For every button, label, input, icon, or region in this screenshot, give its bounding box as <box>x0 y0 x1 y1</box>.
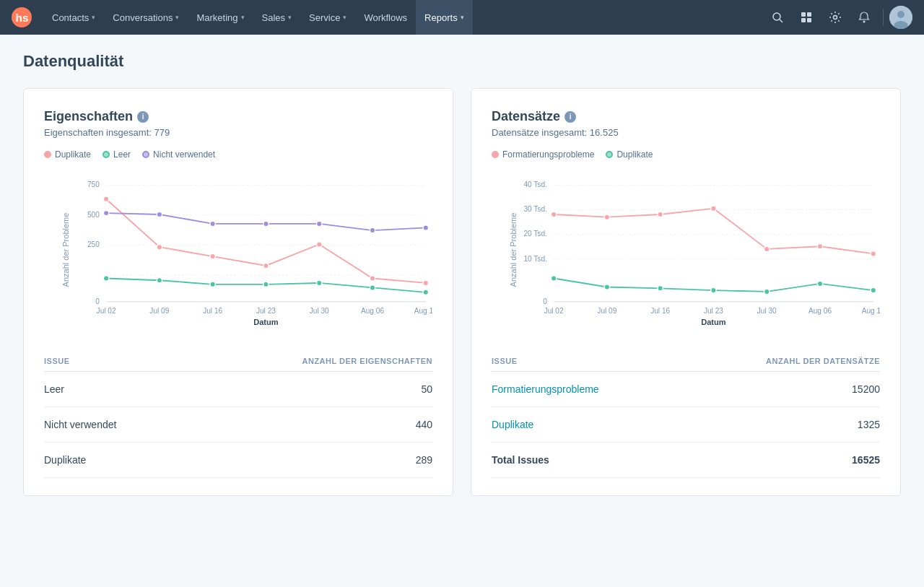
svg-text:0: 0 <box>543 297 547 305</box>
svg-point-83 <box>817 281 822 286</box>
datensaetze-table: ISSUE ANZAHL DER DATENSÄTZE Formatierung… <box>492 351 880 478</box>
svg-text:Jul 16: Jul 16 <box>203 307 222 315</box>
svg-point-80 <box>658 286 663 291</box>
svg-rect-5 <box>807 12 811 17</box>
issue-duplikate-ds[interactable]: Duplikate <box>492 407 680 443</box>
svg-point-79 <box>604 284 609 290</box>
svg-line-3 <box>780 19 783 22</box>
svg-rect-6 <box>801 18 806 22</box>
nav-divider <box>883 9 884 26</box>
nav-sales[interactable]: Sales ▾ <box>253 0 301 35</box>
svg-point-75 <box>764 246 770 251</box>
svg-point-76 <box>817 244 822 249</box>
svg-text:250: 250 <box>87 240 100 248</box>
count-duplikate: 289 <box>183 443 432 478</box>
svg-point-49 <box>317 280 322 285</box>
issue-leer: Leer <box>44 372 183 407</box>
issue-nicht-verwendet: Nicht verwendet <box>44 407 183 443</box>
svg-text:Jul 09: Jul 09 <box>149 307 169 315</box>
count-leer: 50 <box>183 372 432 407</box>
settings-button[interactable] <box>822 4 848 30</box>
svg-point-77 <box>871 251 876 256</box>
marketplace-button[interactable] <box>793 4 819 30</box>
user-avatar[interactable] <box>889 6 912 29</box>
navbar: hs Contacts ▾ Conversations ▾ Marketing … <box>0 0 924 35</box>
svg-text:Aug 06: Aug 06 <box>361 307 384 315</box>
nav-right-actions <box>764 4 912 30</box>
svg-text:Jul 23: Jul 23 <box>256 307 276 315</box>
svg-text:10 Tsd.: 10 Tsd. <box>523 255 546 263</box>
svg-text:Jul 16: Jul 16 <box>650 307 670 315</box>
table-total-row: Total Issues 16525 <box>492 443 880 478</box>
page-title: Datenqualität <box>23 52 901 71</box>
legend-leer: Leer <box>103 149 131 160</box>
svg-text:Datum: Datum <box>701 318 726 326</box>
count-nicht-verwendet: 440 <box>183 407 432 443</box>
svg-point-73 <box>658 212 663 217</box>
svg-point-34 <box>263 263 269 268</box>
chevron-down-icon: ▾ <box>461 14 464 21</box>
svg-text:Jul 02: Jul 02 <box>97 307 116 315</box>
svg-text:Jul 23: Jul 23 <box>704 307 723 315</box>
nav-service[interactable]: Service ▾ <box>300 0 355 35</box>
nav-workflows[interactable]: Workflows <box>355 0 416 35</box>
eigenschaften-legend: Duplikate Leer Nicht verwendet <box>44 149 432 160</box>
page-content: Datenqualität Eigenschaften i Eigenschaf… <box>0 35 924 513</box>
legend-formatierungsprobleme: Formatierungsprobleme <box>492 149 594 160</box>
nav-conversations[interactable]: Conversations ▾ <box>104 0 188 35</box>
svg-point-48 <box>263 282 269 287</box>
search-button[interactable] <box>764 4 790 30</box>
info-icon[interactable]: i <box>565 111 576 123</box>
nav-contacts[interactable]: Contacts ▾ <box>43 0 104 35</box>
svg-point-38 <box>103 210 108 215</box>
svg-point-35 <box>317 242 322 247</box>
notifications-button[interactable] <box>851 4 877 30</box>
chevron-down-icon: ▾ <box>288 14 292 21</box>
svg-text:750: 750 <box>87 181 100 188</box>
datensaetze-table-wrap: ISSUE ANZAHL DER DATENSÄTZE Formatierung… <box>492 351 880 495</box>
col-count-header-ds: ANZAHL DER DATENSÄTZE <box>680 351 880 372</box>
svg-text:500: 500 <box>87 211 100 219</box>
svg-point-33 <box>210 253 215 258</box>
svg-point-47 <box>210 282 215 287</box>
svg-point-50 <box>370 285 375 290</box>
chevron-down-icon: ▾ <box>92 14 95 21</box>
svg-point-78 <box>551 276 556 281</box>
datensaetze-legend: Formatierungsprobleme Duplikate <box>492 149 880 160</box>
legend-dot-formatierungsprobleme <box>492 151 499 158</box>
svg-point-9 <box>863 21 866 23</box>
eigenschaften-table: ISSUE ANZAHL DER EIGENSCHAFTEN Leer 50 N… <box>44 351 432 478</box>
svg-point-32 <box>157 244 162 249</box>
table-row: Leer 50 <box>44 372 432 407</box>
datensaetze-chart-container: Anzahl der Probleme 40 Tsd. 30 Tsd. 20 T… <box>492 165 880 334</box>
info-icon[interactable]: i <box>137 111 149 123</box>
svg-point-41 <box>263 221 269 226</box>
svg-point-72 <box>604 214 609 219</box>
svg-text:Datum: Datum <box>253 318 279 326</box>
svg-point-37 <box>423 280 428 285</box>
count-duplikate-ds: 1325 <box>680 407 880 443</box>
datensaetze-chart: 40 Tsd. 30 Tsd. 20 Tsd. 10 Tsd. 0 Jul 02… <box>520 165 880 331</box>
svg-point-46 <box>157 278 162 283</box>
svg-text:0: 0 <box>95 297 100 305</box>
svg-point-11 <box>897 11 905 18</box>
svg-point-42 <box>317 221 322 226</box>
svg-point-71 <box>551 212 556 217</box>
svg-text:Aug 06: Aug 06 <box>808 307 832 315</box>
svg-text:Jul 02: Jul 02 <box>544 307 564 315</box>
svg-point-81 <box>711 287 716 292</box>
issue-duplikate: Duplikate <box>44 443 183 478</box>
eigenschaften-chart: 750 500 250 0 Jul 02 Jul 09 Jul 16 Jul 2… <box>73 165 432 331</box>
svg-text:hs: hs <box>16 12 29 24</box>
col-issue-header-ds: ISSUE <box>492 351 680 372</box>
eigenschaften-card: Eigenschaften i Eigenschaften insgesamt:… <box>23 88 453 496</box>
y-axis-label: Anzahl der Probleme <box>61 206 70 293</box>
total-value: 16525 <box>680 443 880 478</box>
nav-marketing[interactable]: Marketing ▾ <box>188 0 253 35</box>
issue-formatierungsprobleme[interactable]: Formatierungsprobleme <box>492 372 680 407</box>
hubspot-logo[interactable]: hs <box>12 7 32 27</box>
table-row: Nicht verwendet 440 <box>44 407 432 443</box>
nav-reports[interactable]: Reports ▾ <box>416 0 473 35</box>
svg-point-31 <box>103 196 108 201</box>
svg-text:20 Tsd.: 20 Tsd. <box>523 230 546 238</box>
